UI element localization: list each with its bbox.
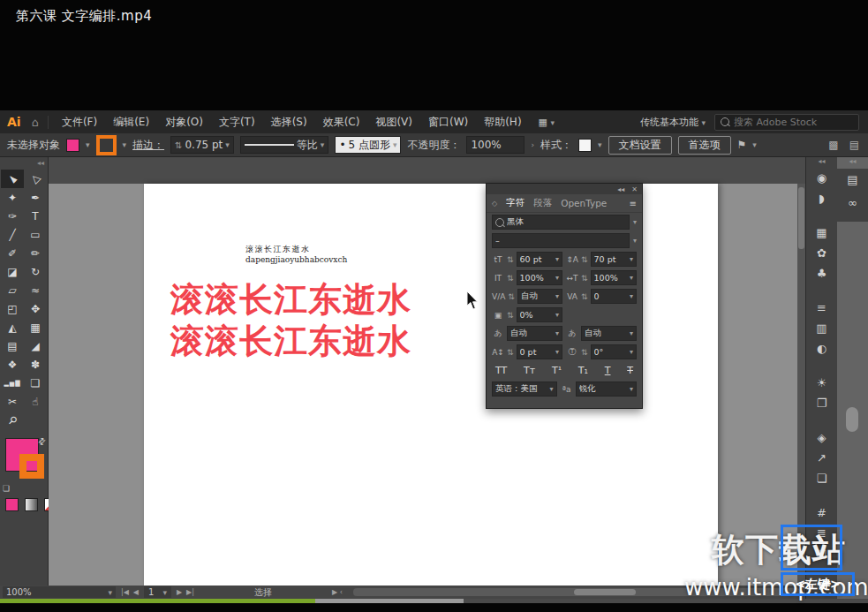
chevron-down-icon[interactable]: ▾ <box>162 588 167 597</box>
small-text-object[interactable]: 滚滚长江东逝水 dapengjiaoyubhabcovxch <box>245 244 347 264</box>
default-colors-icon[interactable]: ❏ <box>3 484 10 493</box>
opacity-more-icon[interactable]: › <box>531 140 534 149</box>
stepper-icon[interactable]: ⇅ <box>581 292 588 301</box>
arrange-windows-icon[interactable]: ▩ <box>828 139 838 151</box>
gradient-wedge-panel-icon[interactable]: ◗ <box>819 193 825 205</box>
cc-icon[interactable]: ∞ <box>848 197 857 209</box>
chevron-down-icon[interactable]: ▾ <box>555 255 559 263</box>
perspective-grid-tool[interactable]: ◭ <box>1 318 24 336</box>
stepper-icon[interactable]: ⇅ <box>581 255 588 264</box>
chevron-down-icon[interactable]: ▾ <box>555 292 559 300</box>
artboard-navigation-select[interactable]: 1 ▾ <box>144 586 171 598</box>
selection-tool[interactable]: ► <box>1 170 24 188</box>
tsume-left-select[interactable]: あ 自动 ▾ <box>492 326 562 341</box>
chevron-down-icon[interactable]: ▾ <box>555 329 559 337</box>
small-caps-button[interactable]: Tᴛ <box>524 365 535 376</box>
free-transform-tool[interactable]: ◰ <box>1 299 24 318</box>
stroke-color-swatch[interactable] <box>96 135 117 155</box>
chevron-down-icon[interactable]: ▾ <box>630 274 633 282</box>
superscript-button[interactable]: T¹ <box>552 365 562 376</box>
previous-artboard-icon[interactable]: ◀ <box>133 588 139 596</box>
horizontal-scale-field[interactable]: ↔T ⇅ 100% ▾ <box>566 270 637 285</box>
character-rotation-field[interactable]: Ⓣ ⇅ 0° ▾ <box>566 344 637 359</box>
preferences-button[interactable]: 首选项 <box>678 136 731 155</box>
font-size-field[interactable]: tT ⇅ 60 pt ▾ <box>492 252 562 267</box>
direct-selection-tool[interactable]: ▷ <box>24 170 47 188</box>
stepper-icon[interactable]: ⇅ <box>508 292 515 301</box>
baseline-shift-field[interactable]: A↕ ⇅ 0 pt ▾ <box>492 344 562 359</box>
symbols-panel-icon[interactable]: ♣ <box>817 268 827 280</box>
tracking-field[interactable]: VA ⇅ 0 ▾ <box>566 289 637 304</box>
stepper-icon[interactable]: ⇅ <box>507 348 514 357</box>
close-panel-icon[interactable]: ✕ <box>631 185 638 193</box>
stepper-icon[interactable]: ⇅ <box>507 255 514 264</box>
proportional-spacing-field[interactable]: ▣ ⇅ 0% ▾ <box>492 307 562 322</box>
chevron-down-icon[interactable]: ▾ <box>752 140 757 149</box>
vertical-scrollbar-thumb[interactable] <box>798 187 804 249</box>
all-caps-button[interactable]: TT <box>495 365 507 376</box>
chevron-down-icon[interactable]: ▾ <box>633 237 637 245</box>
curvature-tool[interactable]: ✑ <box>1 207 24 225</box>
transform-panel-icon[interactable]: # <box>817 507 826 519</box>
menu-item[interactable]: 对象(O) <box>157 115 211 130</box>
horizontal-scrollbar-thumb[interactable] <box>574 589 636 595</box>
chevron-down-icon[interactable]: ▾ <box>633 218 637 226</box>
home-icon[interactable]: ⌂ <box>32 116 49 129</box>
chevron-down-icon[interactable]: ▾ <box>630 348 633 356</box>
color-panel-icon[interactable]: ◉ <box>817 172 826 185</box>
panel-menu-icon[interactable]: ≡ <box>630 199 637 208</box>
gradient-panel-icon[interactable]: ▥ <box>816 322 826 335</box>
scale-tool[interactable]: ▱ <box>1 281 24 299</box>
artboard-tool[interactable]: ❏ <box>24 374 47 392</box>
last-artboard-icon[interactable]: ▶| <box>186 588 194 596</box>
color-button[interactable] <box>5 498 19 511</box>
chevron-down-icon[interactable]: ▾ <box>550 385 554 393</box>
magic-wand-tool[interactable]: ✦ <box>1 188 24 207</box>
eraser-tool[interactable]: ◪ <box>1 262 24 281</box>
rectangle-tool[interactable]: ▭ <box>24 225 47 244</box>
big-red-text-object[interactable]: 滚滚长江东逝水 滚滚长江东逝水 <box>170 279 411 362</box>
gradient-button[interactable] <box>25 498 38 511</box>
transparency-panel-icon[interactable]: ◐ <box>817 343 826 355</box>
chevron-down-icon[interactable]: ▾ <box>555 311 559 319</box>
chevron-down-icon[interactable]: ▾ <box>630 292 633 300</box>
opacity-field[interactable]: 100% <box>466 136 525 154</box>
stroke-profile-select[interactable]: 等比 ▾ <box>240 136 329 154</box>
hand-tool[interactable]: ☝ <box>24 392 47 411</box>
libraries-panel-icon[interactable]: ▤ <box>847 174 857 186</box>
canvas-area[interactable]: 滚滚长江东逝水 dapengjiaoyubhabcovxch 滚滚长江东逝水 滚… <box>49 157 805 586</box>
chevron-down-icon[interactable]: ▾ <box>108 588 112 597</box>
menu-item[interactable]: 选择(S) <box>263 115 315 130</box>
chevron-down-icon[interactable]: ▾ <box>225 140 230 149</box>
opacity-label[interactable]: 不透明度： <box>407 138 460 153</box>
strikethrough-button[interactable]: T <box>627 365 633 376</box>
stepper-icon[interactable]: ⇅ <box>175 140 182 150</box>
panel-layout-icon[interactable]: ▤ <box>849 139 859 151</box>
status-expand-icon[interactable]: ▶ ‹ <box>332 588 343 596</box>
gradient-tool[interactable]: ▤ <box>1 336 24 355</box>
font-family-select[interactable]: 黑体 <box>492 215 630 230</box>
slice-tool[interactable]: ✂ <box>1 392 24 411</box>
next-artboard-icon[interactable]: ▶ <box>177 588 182 596</box>
leading-field[interactable]: ⇕A ⇅ 70 pt ▾ <box>566 252 637 267</box>
tab-character[interactable]: 字符 <box>506 197 525 209</box>
fill-color-swatch[interactable] <box>66 139 79 152</box>
layers-panel-icon[interactable]: ◈ <box>818 432 826 444</box>
export-panel-icon[interactable]: ↗ <box>817 452 826 465</box>
tab-opentype[interactable]: OpenType <box>561 198 607 208</box>
arrange-documents-icon[interactable]: ▦ ▾ <box>539 117 555 128</box>
swatches-panel-icon[interactable]: ▦ <box>816 227 826 239</box>
rotate-tool[interactable]: ↻ <box>24 262 47 281</box>
stepper-icon[interactable]: ⇅ <box>507 274 514 283</box>
zoom-level-select[interactable]: 100% ▾ <box>3 586 116 598</box>
vertical-scale-field[interactable]: IT ⇅ 100% ▾ <box>492 270 562 285</box>
tsume-right-select[interactable]: あ 自动 ▾ <box>566 326 637 341</box>
stroke-dropdown-icon[interactable]: ▾ <box>123 140 127 149</box>
chevron-down-icon[interactable]: ▾ <box>321 140 325 149</box>
fill-dropdown-icon[interactable]: ▾ <box>86 140 90 149</box>
dock-collapse-icon[interactable]: ◂◂ <box>806 157 837 169</box>
chevron-down-icon[interactable]: ▾ <box>555 274 559 282</box>
first-artboard-icon[interactable]: |◀ <box>121 588 129 596</box>
paintbrush-tool[interactable]: ✐ <box>1 244 24 262</box>
menu-item[interactable]: 文件(F) <box>54 115 105 130</box>
